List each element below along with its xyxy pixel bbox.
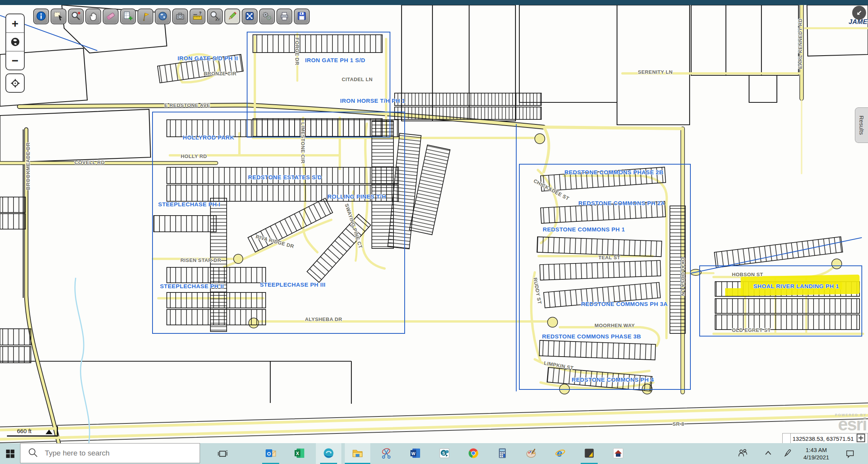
people-icon [737, 447, 748, 460]
measure-tool-button[interactable]: ? [190, 8, 205, 24]
search-icon [27, 447, 39, 460]
map-label-forge-dr: FORGE DR [294, 37, 300, 65]
map-label-moorhen-way: MOORHEN WAY [595, 323, 635, 328]
svg-text:XY: XY [215, 17, 220, 21]
window-title-bar [0, 0, 868, 5]
map-label-hollyrod-park: HOLLYROD PARK [183, 134, 234, 141]
taskbar-app-snipping-tool[interactable] [374, 443, 399, 464]
svg-text:?: ? [199, 10, 202, 15]
pan-hand-icon [88, 10, 99, 23]
earth-globe-icon [157, 10, 168, 23]
gears-icon [261, 10, 273, 23]
globe-home-button[interactable] [6, 33, 24, 51]
svg-text:X: X [296, 450, 299, 456]
full-extent-tool-button[interactable] [242, 8, 258, 24]
add-graphic-tool-button[interactable] [120, 8, 136, 24]
scale-bar-triangle [46, 430, 53, 434]
map-label-rolling-pines-t-h: ROLLING PINES T/H [327, 193, 386, 200]
results-tab-label: Results [858, 116, 865, 135]
map-toolbar: ?XY [33, 8, 310, 24]
clock-date: 4/19/2021 [804, 454, 829, 461]
map-label-steeplechase-ph-i: STEEPLECHASE PH I [158, 201, 220, 207]
map-label-earl-kennedy-rd: EARL KENNEDY RD [797, 19, 803, 69]
map-label-shoal-river-landing-ph-1: SHOAL RIVER LANDING PH 1 [750, 282, 842, 290]
gis-map-viewport[interactable]: IRON GATE S/D PH IIIRON GATE PH 1 S/DIRO… [0, 5, 868, 443]
zoom-in-button[interactable]: + [6, 14, 24, 33]
taskbar-clock[interactable]: 1:43 AM 4/19/2021 [796, 443, 836, 464]
camera-icon [175, 10, 186, 23]
identify-tool-button[interactable] [33, 8, 49, 24]
taskbar-app-edge[interactable] [316, 443, 341, 464]
measure-icon: ? [192, 10, 203, 23]
erase-tool-tool-button[interactable] [103, 8, 119, 24]
taskbar-app-outlook[interactable]: O [258, 443, 283, 464]
taskbar-app-paint[interactable] [519, 443, 544, 464]
map-label-old-egret-st: OLD EGRET ST [732, 327, 771, 333]
select-features-tool-button[interactable] [51, 8, 66, 24]
google-earth-tool-button[interactable] [155, 8, 171, 24]
action-center-button[interactable] [841, 443, 859, 464]
calculator-icon [496, 447, 509, 461]
word-icon: W [409, 447, 422, 461]
taskbar-app-file-explorer[interactable] [345, 443, 370, 464]
draw-tool-button[interactable] [224, 8, 240, 24]
edge-icon [322, 447, 335, 461]
taskbar-app-excel[interactable]: X [287, 443, 312, 464]
taskbar-app-internet-explorer[interactable]: e [548, 443, 573, 464]
taskbar-app-calculator[interactable] [490, 443, 515, 464]
collapse-panel-button[interactable] [852, 6, 866, 20]
paint-icon [525, 447, 537, 461]
lot-blocks [0, 35, 860, 391]
pencil-icon [227, 10, 238, 23]
start-button[interactable] [0, 443, 20, 464]
taskbar-app-word[interactable]: W [403, 443, 428, 464]
taskbar-search[interactable] [20, 443, 200, 463]
box-plus-icon[interactable] [855, 432, 866, 444]
map-label-okaloosa-ln: OKALOOSA LN [680, 257, 686, 296]
tray-people-button[interactable] [734, 443, 751, 464]
add-graphic-icon [122, 10, 134, 23]
zoom-out-button[interactable]: − [6, 51, 24, 70]
place-marker-tool-button[interactable] [137, 8, 153, 24]
chrome-icon [467, 447, 480, 461]
zoom-xy-icon: XY [209, 10, 220, 23]
esri-logo-text: esri [835, 417, 866, 432]
svg-text:W: W [411, 451, 415, 456]
parcel-map-canvas[interactable] [0, 5, 868, 443]
locate-button[interactable] [5, 73, 25, 93]
taskbar-app-gis-app[interactable] [576, 443, 602, 464]
zoom-to-xy-tool-button[interactable]: XY [207, 8, 223, 24]
map-label-redstone-commons-phase-2b: REDSTONE COMMONS PHASE 2B [565, 169, 663, 175]
map-label-alysheba-dr: ALYSHEBA DR [305, 316, 342, 322]
print-tool-button[interactable] [276, 8, 292, 24]
taskbar-app-sharepoint[interactable]: S [432, 443, 457, 464]
save-tool-button[interactable] [294, 8, 310, 24]
tools-tool-button[interactable] [259, 8, 275, 24]
clock-time: 1:43 AM [805, 446, 827, 454]
select-icon [53, 10, 64, 23]
search-input[interactable] [44, 449, 173, 458]
scale-bar-line [7, 435, 58, 437]
internet-explorer-icon: e [554, 447, 566, 461]
esri-watermark: POWERED BY esri [835, 413, 866, 432]
zoom-in-icon [70, 10, 81, 23]
eraser-icon [105, 10, 116, 23]
results-tab[interactable]: Results [855, 107, 868, 143]
outlook-icon: O [264, 447, 277, 461]
pen-icon [782, 447, 793, 460]
map-label-redstone-commons-ph-1: REDSTONE COMMONS PH 1 [542, 226, 625, 233]
taskbar-app-property-app[interactable] [605, 443, 631, 464]
scale-bar-label: 660 ft [17, 428, 32, 434]
zoom-in-tool-tool-button[interactable] [68, 8, 84, 24]
screenshot-tool-button[interactable] [172, 8, 188, 24]
taskbar-app-chrome[interactable] [461, 443, 486, 464]
pan-tool-tool-button[interactable] [85, 8, 101, 24]
tray-pen-button[interactable] [778, 443, 796, 464]
map-label-serenity-ln: SERENITY LN [638, 69, 673, 75]
task-view-button[interactable] [210, 443, 235, 464]
tray-chevron-up-button[interactable] [759, 443, 777, 464]
map-label-bronze-cir: BRONZE CIR [204, 71, 237, 76]
flag-marker-icon [140, 10, 151, 23]
map-label-limestone-cir: LIMESTONE CIR [300, 122, 306, 164]
floppy-icon [296, 10, 307, 23]
